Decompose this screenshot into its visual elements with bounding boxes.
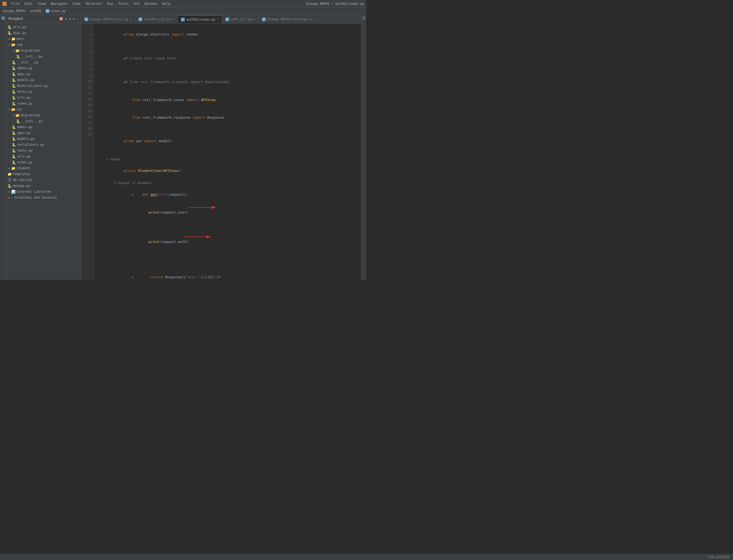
breadcrumb-project[interactable]: django_DRF01 — [3, 9, 26, 13]
code-content[interactable]: ⊟from django.shortcuts import render ⊟# … — [94, 24, 361, 280]
code-line: from rest_framework.response import Resp… — [98, 109, 361, 126]
list-item[interactable]: ▼ 📂 migrations — [6, 112, 81, 118]
python-file-icon: 🐍 — [12, 72, 16, 76]
svg-rect-5 — [3, 17, 5, 18]
menu-file[interactable]: File — [9, 1, 22, 6]
collapse-icon[interactable]: ≡ — [65, 17, 67, 21]
list-item[interactable]: 🐍 tests.py — [6, 89, 81, 95]
code-line: ⊟from ser import models — [98, 132, 361, 150]
list-item[interactable]: ▶ 📊 External Libraries — [6, 189, 81, 195]
svg-text:J: J — [3, 2, 5, 5]
collapse-marker[interactable]: ⊟ — [123, 80, 125, 84]
tab-settings[interactable]: py django_DRF01\settings.p × — [259, 15, 319, 23]
list-item[interactable]: 🐍 views.py — [6, 101, 81, 106]
menu-edit[interactable]: Edit — [22, 1, 35, 6]
list-item[interactable]: ▼ 📂 migrations — [6, 48, 81, 53]
python-file-icon: 🐍 — [12, 102, 16, 106]
list-item[interactable]: 🐍 urls.py — [6, 24, 81, 30]
list-item[interactable]: 🐍 __init__.py — [6, 53, 81, 59]
tab-close-icon[interactable]: × — [130, 18, 132, 21]
menu-vcs[interactable]: VCS — [131, 1, 142, 6]
menu-window[interactable]: Window — [142, 1, 159, 6]
list-item[interactable]: 🐍 models.py — [6, 136, 81, 142]
list-item[interactable]: 🐍 MySerializers.py — [6, 83, 81, 89]
list-item[interactable]: 🐍 admin.py — [6, 124, 81, 130]
python-file-icon: 🐍 — [12, 78, 16, 82]
tab-views[interactable]: py auth01\views.py × — [178, 15, 222, 23]
collapse-marker[interactable]: ⊟ — [123, 57, 125, 60]
side-toolbar — [0, 14, 6, 280]
breadcrumb-file[interactable]: py views.py — [46, 9, 66, 13]
svg-rect-4 — [2, 17, 3, 20]
list-item[interactable]: 🐍 apps.py — [6, 71, 81, 77]
settings-icon[interactable]: ⚙ — [73, 17, 75, 21]
python-file-icon: 🐍 — [12, 155, 16, 159]
python-file-icon: 🐍 — [12, 60, 16, 64]
tab-auth-drf[interactable]: py auth_drf.py × — [222, 15, 259, 23]
file-label: urls.py — [17, 96, 31, 99]
menu-navigate[interactable]: Navigate — [49, 1, 70, 6]
list-item[interactable]: ▶ ✏️ Scratches and Consoles — [6, 195, 81, 200]
svg-text:py: py — [262, 18, 264, 21]
list-item[interactable]: 🐍 apps.py — [6, 130, 81, 136]
list-item[interactable]: 🐍 tests.py — [6, 148, 81, 153]
code-line — [98, 262, 361, 268]
locate-icon[interactable]: 🎯 — [59, 17, 63, 21]
tab-close-icon[interactable]: × — [217, 18, 219, 21]
list-item[interactable]: 🗄️ db.sqlite3 — [6, 177, 81, 183]
list-item[interactable]: 🐍 wsgi.py — [6, 30, 81, 36]
tab-auth01-urls[interactable]: py auth01\urls.py × — [135, 15, 178, 23]
list-item[interactable]: 🐍 models.py — [6, 77, 81, 83]
list-item[interactable]: 🐍 admin.py — [6, 65, 81, 71]
menu-help[interactable]: Help — [160, 1, 172, 6]
list-item[interactable]: 🐍 __init__.py — [6, 59, 81, 65]
folder-label: migrations — [21, 49, 40, 52]
code-line: print(request.auth) — [98, 233, 361, 262]
code-editor[interactable]: 12345 678910 1112131415 16171819 ⊟from d… — [81, 24, 361, 280]
svg-rect-28 — [362, 18, 364, 18]
file-label: models.py — [17, 137, 34, 141]
menu-code[interactable]: Code — [70, 1, 83, 6]
menu-tools[interactable]: Tools — [116, 1, 131, 6]
list-item[interactable]: 🐍 urls.py — [6, 95, 81, 101]
tab-close-icon[interactable]: × — [313, 18, 315, 21]
python-file-icon: 🐍 — [12, 96, 16, 100]
list-item[interactable]: 🐍 urls.py — [6, 153, 81, 159]
menu-view[interactable]: View — [36, 1, 48, 6]
list-item[interactable]: ▼ 📂 ser — [6, 106, 81, 112]
code-line: ⊟ def get(self,request): — [98, 186, 361, 204]
menu-bar: J File Edit View Navigate Code Refactor … — [0, 0, 366, 7]
breadcrumb-module[interactable]: auth01 — [30, 9, 41, 13]
list-item[interactable]: 🐍 manage.py — [6, 183, 81, 189]
collapse-marker[interactable]: ⊟ — [132, 193, 134, 196]
menu-run[interactable]: Run — [105, 1, 115, 6]
collapse-marker[interactable]: ⊟ — [123, 169, 125, 173]
sidebar-item-templates[interactable]: 📁 templates — [6, 171, 81, 177]
code-line: from rest_framework.views import APIView — [98, 91, 361, 109]
tab-close-icon[interactable]: × — [172, 18, 174, 21]
code-line — [98, 44, 361, 49]
list-item[interactable]: ▼ 📂 req — [6, 42, 81, 48]
minimize-icon[interactable]: − — [77, 17, 79, 21]
structure-icon[interactable] — [361, 16, 366, 21]
tab-close-icon[interactable]: × — [253, 18, 255, 21]
project-icon[interactable] — [1, 16, 6, 21]
collapse-marker[interactable]: ⊟ — [132, 276, 134, 279]
folder-label: req — [17, 43, 22, 47]
python-file-icon: 🐍 — [16, 119, 20, 123]
list-item[interactable]: 🐍 __init__.py — [6, 118, 81, 124]
collapse-marker[interactable]: ⊟ — [123, 140, 125, 143]
list-item[interactable]: ▶ 📁 mser — [6, 36, 81, 42]
svg-rect-6 — [3, 18, 5, 20]
code-line — [98, 67, 361, 73]
list-item[interactable]: 🐍 views.py — [6, 159, 81, 165]
folder-icon: 📂 — [16, 113, 20, 117]
menu-refactor[interactable]: Refactor — [83, 1, 105, 6]
tab-urls[interactable]: py django_DRF01\urls.py × — [81, 15, 135, 23]
list-item[interactable]: ▶ 📁 student — [6, 165, 81, 171]
list-item[interactable]: 🐍 serializers.py — [6, 142, 81, 148]
collapse-marker[interactable]: ⊟ — [123, 33, 125, 36]
folder-icon: 📁 — [11, 166, 16, 170]
expand-icon[interactable]: ⇅ — [69, 17, 71, 21]
sidebar-header: Project 🎯 ≡ ⇅ ⚙ − — [6, 14, 81, 23]
